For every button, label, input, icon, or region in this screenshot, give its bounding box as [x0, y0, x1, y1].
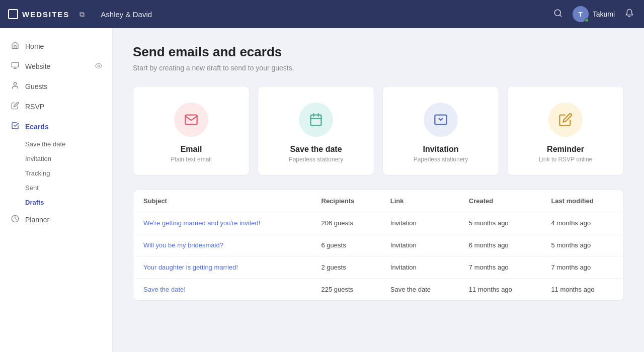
sidebar-label-guests: Guests: [25, 82, 47, 91]
svg-rect-2: [12, 62, 18, 67]
subject-link[interactable]: We're getting married and you're invited…: [143, 219, 260, 227]
drafts-table-container: Subject Recipients Link Created Last mod…: [133, 190, 624, 301]
cell-subject: Your daughter is getting married!: [133, 256, 311, 279]
save-the-date-icon-wrap: [299, 103, 333, 137]
cell-created: 11 months ago: [459, 279, 541, 301]
username: Takumi: [593, 10, 615, 18]
search-button[interactable]: [551, 7, 565, 22]
layout: Home Website Guests RSVP: [0, 28, 644, 352]
invitation-icon-wrap: [424, 103, 458, 137]
planner-icon: [10, 215, 20, 225]
table-row: We're getting married and you're invited…: [133, 212, 623, 234]
sidebar-label-planner: Planner: [25, 216, 49, 224]
sidebar-item-planner[interactable]: Planner: [0, 210, 112, 230]
cell-recipients: 225 guests: [311, 279, 380, 301]
cell-modified: 4 months ago: [541, 212, 623, 234]
topbar-right: T Takumi: [551, 6, 636, 22]
card-save-the-date-label: Save the date: [290, 145, 342, 154]
sidebar-item-rsvp[interactable]: RSVP: [0, 97, 112, 117]
page-title: Send emails and ecards: [133, 44, 624, 60]
cell-link: Invitation: [380, 234, 459, 256]
cell-created: 5 months ago: [459, 212, 541, 234]
eye-icon[interactable]: [95, 62, 102, 71]
sidebar-label-website: Website: [25, 62, 50, 70]
table-row: Your daughter is getting married! 2 gues…: [133, 256, 623, 279]
subject-link[interactable]: Your daughter is getting married!: [143, 263, 238, 271]
notifications-button[interactable]: [623, 7, 636, 22]
ecards-icon: [10, 122, 20, 132]
invitation-icon: [434, 113, 448, 127]
subject-link[interactable]: Save the date!: [143, 286, 186, 293]
col-recipients: Recipients: [311, 190, 380, 212]
svg-point-5: [98, 65, 100, 67]
card-reminder-sublabel: Link to RSVP online: [539, 156, 593, 163]
card-reminder[interactable]: Reminder Link to RSVP online: [507, 86, 624, 175]
search-icon: [553, 9, 562, 18]
sidebar: Home Website Guests RSVP: [0, 28, 113, 352]
card-save-the-date[interactable]: Save the date Paperless stationery: [258, 86, 374, 175]
cell-link: Invitation: [380, 256, 459, 279]
cell-created: 7 months ago: [459, 256, 541, 279]
avatar-initial: T: [579, 11, 583, 18]
cell-recipients: 6 guests: [311, 234, 380, 256]
guests-icon: [10, 81, 20, 92]
col-subject: Subject: [133, 190, 311, 212]
subject-link[interactable]: Will you be my bridesmaid?: [143, 241, 223, 249]
calendar-icon: [309, 113, 323, 127]
sidebar-sub-tracking[interactable]: Tracking: [25, 166, 112, 181]
sidebar-sub-save-the-date[interactable]: Save the date: [25, 137, 112, 151]
online-dot: [585, 18, 589, 22]
topbar: WEDSITES ⧉ Ashley & David T Takumi: [0, 0, 644, 28]
svg-point-6: [14, 82, 16, 85]
logo-icon: [8, 9, 18, 19]
sidebar-sub-sent[interactable]: Sent: [25, 181, 112, 195]
card-invitation-label: Invitation: [423, 145, 458, 154]
sidebar-sub-invitation[interactable]: Invitation: [25, 151, 112, 166]
cell-modified: 7 months ago: [541, 256, 623, 279]
home-icon: [10, 41, 20, 51]
table-row: Will you be my bridesmaid? 6 guests Invi…: [133, 234, 623, 256]
svg-line-1: [559, 15, 561, 16]
card-email-label: Email: [181, 145, 202, 154]
card-email[interactable]: Email Plain text email: [133, 86, 250, 175]
avatar: T: [573, 6, 589, 22]
sidebar-label-rsvp: RSVP: [25, 103, 44, 111]
sidebar-item-home[interactable]: Home: [0, 36, 112, 56]
cell-created: 6 months ago: [459, 234, 541, 256]
website-icon: [10, 61, 20, 71]
sidebar-item-website[interactable]: Website: [0, 56, 112, 76]
col-modified: Last modified: [541, 190, 623, 212]
card-email-sublabel: Plain text email: [171, 156, 211, 163]
drafts-table: Subject Recipients Link Created Last mod…: [133, 190, 623, 300]
sidebar-item-ecards[interactable]: Ecards: [0, 117, 112, 137]
cell-modified: 11 months ago: [541, 279, 623, 301]
sidebar-item-guests[interactable]: Guests: [0, 76, 112, 97]
logo-text: WEDSITES: [22, 10, 69, 19]
cell-link: Save the date: [380, 279, 459, 301]
page-subtitle: Start by creating a new draft to send to…: [133, 64, 624, 72]
expand-icon[interactable]: ⧉: [79, 10, 85, 19]
email-icon: [184, 113, 198, 127]
cell-modified: 5 months ago: [541, 234, 623, 256]
main-content: Send emails and ecards Start by creating…: [113, 28, 644, 352]
card-invitation[interactable]: Invitation Paperless stationery: [382, 86, 499, 175]
card-invitation-sublabel: Paperless stationery: [414, 156, 468, 163]
rsvp-icon: [10, 102, 20, 112]
logo: WEDSITES: [8, 9, 69, 19]
col-created: Created: [459, 190, 541, 212]
sidebar-label-ecards: Ecards: [25, 123, 49, 131]
svg-rect-8: [311, 115, 321, 126]
card-reminder-label: Reminder: [547, 145, 584, 154]
reminder-icon-wrap: [548, 103, 583, 137]
col-link: Link: [380, 190, 459, 212]
cell-recipients: 2 guests: [311, 256, 380, 279]
sidebar-label-home: Home: [25, 42, 44, 50]
sidebar-sub-drafts[interactable]: Drafts: [25, 195, 112, 210]
ecards-subnav: Save the date Invitation Tracking Sent D…: [0, 137, 112, 210]
cell-subject: Will you be my bridesmaid?: [133, 234, 311, 256]
cell-subject: We're getting married and you're invited…: [133, 212, 311, 234]
couple-name: Ashley & David: [101, 10, 152, 19]
cell-link: Invitation: [380, 212, 459, 234]
user-area[interactable]: T Takumi: [573, 6, 615, 22]
bell-icon: [625, 9, 634, 18]
